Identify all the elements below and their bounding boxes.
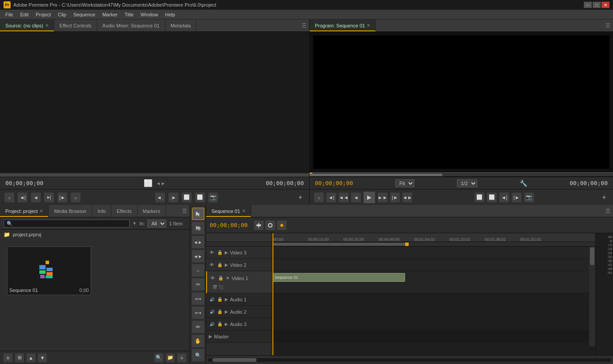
prog-lift[interactable]: ⬜ xyxy=(475,193,484,202)
source-step-fwd[interactable]: ▸| xyxy=(44,193,54,202)
prog-rewind[interactable]: ◄ xyxy=(351,193,361,202)
proj-new-folder[interactable]: 📁 xyxy=(166,353,175,362)
track-label-video1[interactable]: 👁 🔒 ▼ Video 1 🎬 ⬛ xyxy=(206,271,272,293)
tool-ripple[interactable]: ◄► xyxy=(192,236,204,248)
tab-metadata[interactable]: Metadata xyxy=(165,19,197,31)
tl-link-btn[interactable] xyxy=(265,220,275,230)
tab-sequence-close[interactable]: ✕ xyxy=(242,209,245,213)
track-expand-video2[interactable]: ▶ xyxy=(225,262,228,267)
menu-help[interactable]: Help xyxy=(161,11,179,18)
tl-add-marker-btn[interactable]: ◆ xyxy=(277,220,287,230)
menu-clip[interactable]: Clip xyxy=(54,11,70,18)
timeline-horizontal-scrollbar[interactable] xyxy=(208,358,611,362)
proj-down[interactable]: ▼ xyxy=(38,353,47,362)
tab-markers[interactable]: Markers xyxy=(138,205,166,217)
source-snapshot[interactable]: 📷 xyxy=(208,193,218,202)
tool-slide[interactable]: ⟷ xyxy=(192,307,204,319)
track-expand-video1[interactable]: ▼ xyxy=(226,276,230,281)
timeline-vertical-scrollbar[interactable] xyxy=(589,246,595,346)
menu-project[interactable]: Project xyxy=(32,11,54,18)
timeline-ruler[interactable]: 00;00 00;00;16;00 00;00;32;00 00;00;48;0… xyxy=(272,233,595,242)
project-panel-menu[interactable]: ☰ xyxy=(182,208,187,214)
hscroll-thumb[interactable] xyxy=(212,358,257,362)
program-panel-menu[interactable]: ☰ xyxy=(605,23,610,29)
prog-trim-out[interactable]: |► xyxy=(512,193,521,202)
menu-edit[interactable]: Edit xyxy=(17,11,32,18)
close-button[interactable]: ✕ xyxy=(602,2,609,8)
maximize-button[interactable]: □ xyxy=(593,2,601,8)
source-lift[interactable]: ⬜ xyxy=(182,193,192,202)
track-row-video1[interactable]: Sequence 01 xyxy=(272,271,595,293)
tab-effect-controls[interactable]: Effect Controls xyxy=(54,19,97,31)
source-step-back[interactable]: ◄ xyxy=(31,193,41,202)
program-scrubbar[interactable] xyxy=(310,172,613,177)
tool-track-select[interactable] xyxy=(192,222,204,234)
prog-step-back[interactable]: ◄◄ xyxy=(339,193,349,202)
program-wrench[interactable]: 🔧 xyxy=(520,180,527,187)
menu-window[interactable]: Window xyxy=(137,11,161,18)
menu-file[interactable]: File xyxy=(2,11,17,18)
track-eye-video2[interactable]: 👁 xyxy=(209,262,215,268)
track-label-video3[interactable]: 👁 🔒 ▶ Video 3 xyxy=(206,246,272,259)
prog-snapshot[interactable]: 📷 xyxy=(524,193,534,202)
prog-step-fwd[interactable]: |► xyxy=(390,193,400,202)
proj-icon-view[interactable]: ⊞ xyxy=(15,353,24,362)
tool-pen[interactable]: ✏ xyxy=(192,321,204,333)
tool-selection[interactable] xyxy=(192,208,204,220)
tab-audio-mixer[interactable]: Audio Mixer: Sequence 01 xyxy=(97,19,165,31)
prog-ff[interactable]: ►► xyxy=(378,193,387,202)
track-row-audio2[interactable] xyxy=(272,306,595,318)
timeline-panel-menu[interactable]: ☰ xyxy=(605,208,610,214)
work-area-bar[interactable] xyxy=(272,242,595,246)
track-expand-audio3[interactable]: ▶ xyxy=(225,322,228,326)
prog-mark-in[interactable]: ⬦ xyxy=(314,193,324,202)
tab-program[interactable]: Program: Sequence 01 ✕ xyxy=(310,19,376,31)
track-label-video2[interactable]: 👁 🔒 ▶ Video 2 xyxy=(206,259,272,271)
prog-extract[interactable]: ⬜ xyxy=(487,193,497,202)
prog-trim-in[interactable]: ◄| xyxy=(499,193,509,202)
track-eye-video3[interactable]: 👁 xyxy=(209,250,215,256)
tool-rolling[interactable]: ◄► xyxy=(192,250,204,262)
track-label-audio1[interactable]: 🔊 🔒 ▶ Audio 1 xyxy=(206,293,272,306)
prog-play[interactable]: ▶ xyxy=(364,192,375,203)
source-go-out[interactable]: |► xyxy=(57,193,67,202)
program-fit-dropdown[interactable]: Fit xyxy=(395,179,414,187)
tab-media-browser[interactable]: Media Browser xyxy=(49,205,92,217)
video1-clip[interactable]: Sequence 01 xyxy=(272,273,405,282)
in-dropdown[interactable]: All xyxy=(147,220,166,228)
tool-rate-stretch[interactable]: ↔ xyxy=(192,264,204,277)
sequence-thumbnail[interactable]: Sequence 01 0;00 xyxy=(7,246,91,295)
track-lock-video3[interactable]: 🔒 xyxy=(217,250,223,256)
tab-project-close[interactable]: ✕ xyxy=(39,209,43,213)
track-expand-video3[interactable]: ▶ xyxy=(225,250,228,255)
proj-new-item[interactable]: + xyxy=(177,353,186,362)
minimize-button[interactable]: ─ xyxy=(584,2,592,8)
proj-search[interactable]: 🔍 xyxy=(154,353,163,362)
track-mute-audio2[interactable]: 🔊 xyxy=(209,309,215,315)
source-add-button[interactable]: + xyxy=(296,193,305,202)
track-label-master[interactable]: ▶ Master xyxy=(206,330,272,343)
tool-razor[interactable]: ✂ xyxy=(192,278,204,291)
prog-go-out[interactable]: ◄► xyxy=(402,193,412,202)
tab-source[interactable]: Source: (no clips) ✕ xyxy=(0,19,54,31)
tool-hand[interactable]: ✋ xyxy=(192,335,204,347)
track-label-audio3[interactable]: 🔊 🔒 ▶ Audio 3 xyxy=(206,318,272,330)
track-mute-audio1[interactable]: 🔊 xyxy=(209,296,215,303)
menu-title[interactable]: Title xyxy=(121,11,137,18)
track-mute-audio3[interactable]: 🔊 xyxy=(209,321,215,327)
track-lock-audio3[interactable]: 🔒 xyxy=(217,321,223,327)
track-eye-video1[interactable]: 👁 xyxy=(210,275,216,281)
track-expand-audio1[interactable]: ▶ xyxy=(225,297,228,302)
track-expand-master[interactable]: ▶ xyxy=(209,334,212,339)
track-label-audio2[interactable]: 🔊 🔒 ▶ Audio 2 xyxy=(206,306,272,318)
source-mark-in[interactable]: ⬦ xyxy=(4,193,14,202)
track-row-video3[interactable] xyxy=(272,246,595,259)
prog-go-in[interactable]: ◄| xyxy=(326,193,336,202)
track-lock-video2[interactable]: 🔒 xyxy=(217,262,223,268)
source-progress-bar[interactable] xyxy=(0,173,309,177)
proj-list-view[interactable]: ≡ xyxy=(4,353,12,362)
source-overwrite[interactable]: .► xyxy=(169,193,178,202)
playhead-line[interactable] xyxy=(272,233,273,355)
tab-project[interactable]: Project: project ✕ xyxy=(0,205,49,217)
track-row-video2[interactable] xyxy=(272,259,595,271)
